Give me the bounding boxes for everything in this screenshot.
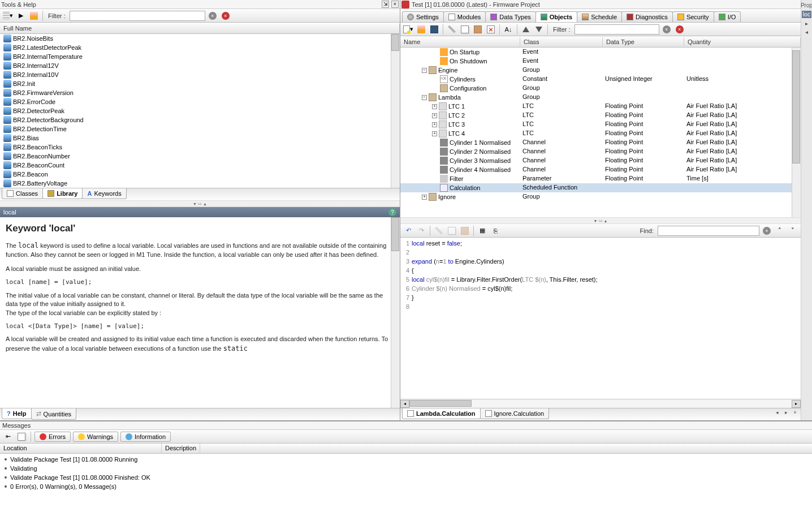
- new-object-button[interactable]: ▾: [403, 24, 414, 35]
- cut-button[interactable]: [446, 24, 457, 35]
- tab-keywords[interactable]: AKeywords: [82, 188, 126, 199]
- close-icon[interactable]: ×: [391, 1, 399, 8]
- library-item[interactable]: BR2.FirmwareVersion: [0, 88, 400, 97]
- library-item[interactable]: BR2.BeaconCount: [0, 161, 400, 170]
- col-name[interactable]: Name: [400, 37, 520, 46]
- help-content[interactable]: Keyword 'local' The local keyword is use…: [0, 217, 400, 408]
- tab-settings[interactable]: Settings: [402, 11, 444, 22]
- tree-row[interactable]: Cylinder 1 NormalisedChannelFloating Poi…: [400, 138, 801, 147]
- tree-row[interactable]: −EngineGroup: [400, 66, 801, 75]
- library-list[interactable]: BR2.NoiseBitsBR2.LatestDetectorPeakBR2.I…: [0, 34, 400, 188]
- tree-row[interactable]: On StartupEvent: [400, 48, 801, 57]
- objects-tree[interactable]: On StartupEventOn ShutdownEvent−EngineGr…: [400, 48, 801, 217]
- msg-collapse-button[interactable]: ⇤: [2, 431, 14, 442]
- tab-close-button[interactable]: ×: [791, 408, 799, 416]
- expander-icon[interactable]: +: [432, 131, 437, 136]
- bookmark-button[interactable]: ▦: [477, 225, 488, 236]
- delete-button[interactable]: [485, 24, 496, 35]
- tree-row[interactable]: +LTC 1LTCFloating PointAir Fuel Ratio [L…: [400, 102, 801, 111]
- tab-objects[interactable]: Objects: [535, 11, 577, 22]
- paste-button[interactable]: [472, 24, 483, 35]
- help-question-icon[interactable]: ?: [388, 208, 396, 216]
- expander-icon[interactable]: +: [432, 104, 437, 109]
- copy-button[interactable]: [459, 24, 470, 35]
- tree-row[interactable]: +LTC 2LTCFloating PointAir Fuel Ratio [L…: [400, 111, 801, 120]
- editor-tab-lambda-calc[interactable]: Lambda.Calculation: [402, 408, 481, 419]
- library-item[interactable]: BR2.InternalTemperature: [0, 52, 400, 61]
- expander-icon[interactable]: −: [422, 95, 427, 100]
- help-scrollbar[interactable]: [391, 217, 400, 408]
- library-item[interactable]: BR2.NoiseBits: [0, 34, 400, 43]
- tab-datatypes[interactable]: Data Types: [485, 11, 535, 22]
- pin-icon[interactable]: ⇲: [382, 1, 389, 8]
- tab-quantities[interactable]: ⇄Quantities: [31, 408, 77, 420]
- side-arrow-left-icon[interactable]: ◂: [805, 29, 808, 35]
- col-datatype[interactable]: Data Type: [603, 37, 684, 46]
- editor-tab-ignore-calc[interactable]: Ignore.Calculation: [480, 408, 550, 419]
- export-button[interactable]: [28, 10, 40, 21]
- redo-button[interactable]: ↷: [416, 225, 427, 236]
- code-cut-button[interactable]: [433, 225, 444, 236]
- full-name-header[interactable]: Full Name: [0, 24, 400, 33]
- library-item[interactable]: BR2.Bias: [0, 134, 400, 143]
- library-item[interactable]: BR2.BeaconTicks: [0, 143, 400, 152]
- find-clear-button[interactable]: ×: [761, 225, 772, 236]
- col-class[interactable]: Class: [520, 37, 603, 46]
- tab-io[interactable]: I/O: [714, 11, 741, 22]
- left-splitter-chevrons[interactable]: ▼▭▲: [0, 200, 400, 207]
- objects-clear-filter-button[interactable]: ×: [661, 24, 672, 35]
- find-next-button[interactable]: ˅: [787, 225, 798, 236]
- loc-tab[interactable]: loc: [802, 11, 811, 18]
- col-quantity[interactable]: Quantity: [684, 37, 801, 46]
- tree-row[interactable]: Cylinder 2 NormalisedChannelFloating Poi…: [400, 147, 801, 156]
- library-item[interactable]: BR2.DetectorPeak: [0, 106, 400, 115]
- message-row[interactable]: Validate Package Test [1] 01.08.0000 Run…: [0, 455, 812, 464]
- objects-filter-input[interactable]: [575, 24, 659, 35]
- tree-row[interactable]: FilterParameterFloating PointTime [s]: [400, 174, 801, 183]
- expander-icon[interactable]: +: [422, 195, 427, 200]
- message-row[interactable]: Validate Package Test [1] 01.08.0000 Fin…: [0, 473, 812, 482]
- tree-row[interactable]: On ShutdownEvent: [400, 57, 801, 66]
- library-item[interactable]: BR2.Init: [0, 79, 400, 88]
- expander-icon[interactable]: −: [422, 68, 427, 73]
- msg-copy-button[interactable]: [16, 431, 27, 442]
- tree-row[interactable]: +LTC 4LTCFloating PointAir Fuel Ratio [L…: [400, 129, 801, 138]
- sort-button[interactable]: A↓: [503, 24, 514, 35]
- open-button[interactable]: [416, 24, 427, 35]
- col-location[interactable]: Location: [0, 444, 162, 453]
- tab-modules[interactable]: Modules: [443, 11, 486, 22]
- find-prev-button[interactable]: ˄: [774, 225, 785, 236]
- prop-tab[interactable]: Prop: [801, 2, 812, 8]
- code-hscrollbar[interactable]: ◂▸: [400, 399, 801, 408]
- toggle-button[interactable]: ⎘: [490, 225, 501, 236]
- tree-row[interactable]: +IgnoreGroup: [400, 192, 801, 201]
- tree-row[interactable]: ConfigurationGroup: [400, 84, 801, 93]
- objects-remove-filter-button[interactable]: ×: [674, 24, 685, 35]
- tree-row[interactable]: +LTC 3LTCFloating PointAir Fuel Ratio [L…: [400, 120, 801, 129]
- undo-button[interactable]: ↶: [403, 225, 414, 236]
- library-item[interactable]: BR2.Internal12V: [0, 61, 400, 70]
- right-side-strip[interactable]: Prop loc ▸ ◂: [801, 0, 812, 420]
- find-input[interactable]: [658, 226, 759, 236]
- tree-row[interactable]: CalculationScheduled Function: [400, 183, 801, 192]
- information-filter-button[interactable]: Information: [120, 432, 171, 442]
- message-row[interactable]: 0 Error(s), 0 Warning(s), 0 Message(s): [0, 482, 812, 491]
- col-description[interactable]: Description: [162, 444, 200, 453]
- library-item[interactable]: BR2.LatestDetectorPeak: [0, 43, 400, 52]
- library-item[interactable]: BR2.Beacon: [0, 170, 400, 179]
- tab-security[interactable]: Security: [672, 11, 714, 22]
- library-item[interactable]: BR2.DetectionTime: [0, 124, 400, 134]
- play-button[interactable]: ▶: [15, 10, 27, 21]
- tree-row[interactable]: CylindersConstantUnsigned IntegerUnitles…: [400, 75, 801, 84]
- tab-diagnostics[interactable]: Diagnostics: [621, 11, 673, 22]
- expander-icon[interactable]: +: [432, 113, 437, 118]
- library-item[interactable]: BR2.BatteryVoltage: [0, 179, 400, 188]
- warnings-filter-button[interactable]: Warnings: [73, 432, 118, 442]
- filter-input[interactable]: [70, 11, 205, 21]
- expander-icon[interactable]: +: [432, 122, 437, 127]
- code-editor[interactable]: 12345678 local reset = false;expand (n=1…: [400, 238, 801, 399]
- move-up-button[interactable]: [520, 24, 532, 35]
- save-button[interactable]: [429, 24, 440, 35]
- view-mode-button[interactable]: ▾: [2, 10, 14, 21]
- tab-help[interactable]: ?Help: [2, 408, 32, 419]
